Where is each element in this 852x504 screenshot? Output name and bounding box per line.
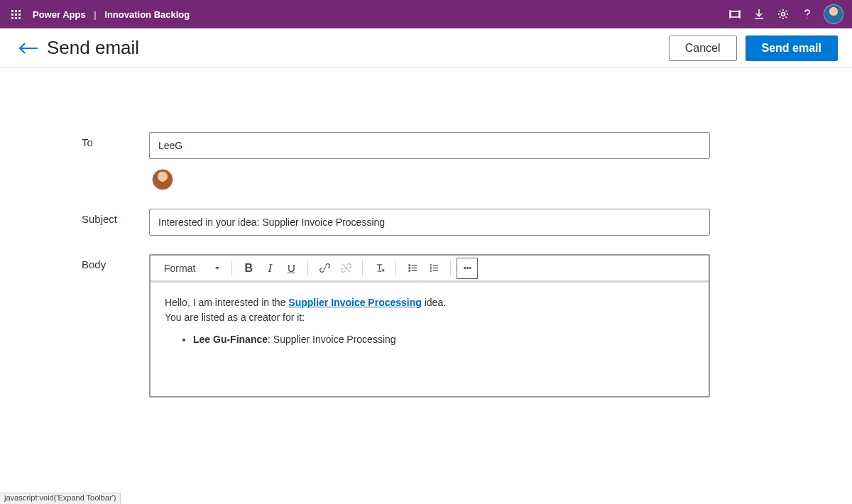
link-button[interactable]: [314, 258, 335, 279]
subject-row: Subject: [82, 209, 710, 236]
unlink-button: [335, 258, 356, 279]
svg-point-5: [782, 13, 785, 16]
svg-point-10: [409, 270, 410, 271]
bullet-bold: Lee Gu-Finance: [193, 334, 268, 345]
body-text-prefix: Hello, I am interested in the: [165, 297, 288, 308]
cancel-button[interactable]: Cancel: [669, 35, 737, 61]
svg-point-6: [807, 18, 807, 18]
body-text-suffix: idea.: [422, 297, 446, 308]
underline-button[interactable]: U: [280, 258, 302, 279]
brand-area: Power Apps | Innovation Backlog: [33, 9, 190, 20]
bullet-list-button[interactable]: [402, 258, 423, 279]
rich-text-editor: Format B I U: [149, 254, 710, 398]
user-avatar[interactable]: [824, 4, 843, 24]
svg-point-9: [409, 268, 410, 269]
more-button[interactable]: [457, 258, 478, 279]
to-label: To: [82, 132, 149, 148]
page-title: Send email: [47, 37, 139, 59]
svg-point-24: [466, 268, 468, 269]
format-dropdown[interactable]: Format: [158, 258, 226, 279]
app-name[interactable]: Power Apps: [33, 9, 86, 20]
body-bullet: Lee Gu-Finance: Supplier Invoice Process…: [193, 332, 694, 347]
to-input[interactable]: [149, 132, 710, 159]
recipient-avatar[interactable]: [152, 169, 173, 190]
body-row: Body Format B I U: [82, 254, 710, 398]
svg-rect-0: [731, 11, 739, 17]
bullet-rest: : Supplier Invoice Processing: [268, 334, 396, 345]
body-line2: You are listed as a creator for it:: [165, 310, 694, 325]
waffle-icon[interactable]: [4, 3, 27, 26]
fit-icon[interactable]: [723, 0, 747, 28]
send-email-button[interactable]: Send email: [746, 35, 838, 61]
subject-label: Subject: [82, 209, 149, 225]
svg-point-8: [409, 265, 410, 266]
italic-button[interactable]: I: [259, 258, 280, 279]
rte-content[interactable]: Hello, I am interested in the Supplier I…: [151, 283, 709, 396]
svg-point-23: [464, 268, 466, 269]
clear-formatting-button[interactable]: [368, 258, 390, 279]
back-arrow-icon[interactable]: [14, 40, 43, 56]
brand-separator: |: [94, 9, 96, 20]
to-row: To: [82, 132, 710, 190]
svg-point-25: [469, 268, 471, 269]
help-icon[interactable]: [795, 0, 819, 28]
format-dropdown-label: Format: [164, 263, 195, 274]
rte-toolbar: Format B I U: [151, 256, 709, 283]
bold-button[interactable]: B: [238, 258, 259, 279]
status-bar: javascript:void('Expand Toolbar'): [0, 493, 121, 504]
settings-icon[interactable]: [771, 0, 795, 28]
numbered-list-button[interactable]: [423, 258, 444, 279]
environment-name[interactable]: Innovation Backlog: [104, 9, 190, 20]
top-bar: Power Apps | Innovation Backlog: [0, 0, 852, 28]
email-form: To Subject Body Format B: [0, 68, 852, 398]
chevron-down-icon: [215, 267, 219, 270]
body-link[interactable]: Supplier Invoice Processing: [288, 297, 422, 308]
page-header: Send email Cancel Send email: [0, 28, 852, 68]
download-icon[interactable]: [747, 0, 771, 28]
body-label: Body: [82, 254, 149, 270]
subject-input[interactable]: [149, 209, 710, 236]
